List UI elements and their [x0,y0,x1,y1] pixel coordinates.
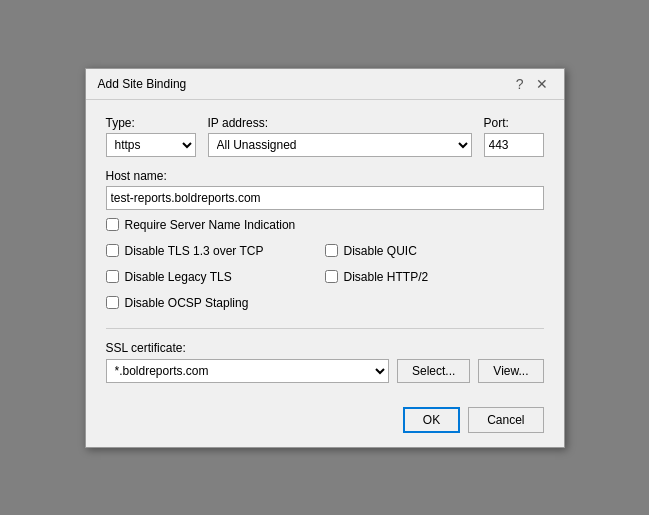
host-name-section: Host name: [106,169,544,210]
help-button[interactable]: ? [512,77,528,91]
checkbox-col-left: Disable TLS 1.3 over TCP Disable Legacy … [106,244,325,316]
dialog-title: Add Site Binding [98,77,187,91]
dialog-content: Type: https IP address: All Unassigned P… [86,100,564,395]
title-bar: Add Site Binding ? ✕ [86,69,564,100]
top-row: Type: https IP address: All Unassigned P… [106,116,544,157]
type-label: Type: [106,116,196,130]
disable-http2-checkbox[interactable] [325,270,338,283]
disable-quic-label: Disable QUIC [344,244,417,258]
title-bar-buttons: ? ✕ [512,77,552,91]
require-sni-label: Require Server Name Indication [125,218,296,232]
type-select[interactable]: https [106,133,196,157]
view-button[interactable]: View... [478,359,543,383]
add-site-binding-dialog: Add Site Binding ? ✕ Type: https IP addr… [85,68,565,448]
type-field-group: Type: https [106,116,196,157]
checkbox-row-0: Disable TLS 1.3 over TCP [106,244,325,258]
host-name-input[interactable] [106,186,544,210]
disable-http2-label: Disable HTTP/2 [344,270,429,284]
disable-legacy-tls-checkbox[interactable] [106,270,119,283]
ip-label: IP address: [208,116,472,130]
checkbox-row-1: Disable Legacy TLS [106,270,325,284]
ssl-certificate-label: SSL certificate: [106,341,544,355]
disable-tls13-label: Disable TLS 1.3 over TCP [125,244,264,258]
port-input[interactable] [484,133,544,157]
ssl-certificate-select[interactable]: *.boldreports.com [106,359,390,383]
disable-quic-checkbox[interactable] [325,244,338,257]
select-button[interactable]: Select... [397,359,470,383]
checkboxes-section: Disable TLS 1.3 over TCP Disable Legacy … [106,244,544,316]
require-sni-checkbox[interactable] [106,218,119,231]
checkbox-col-right: Disable QUIC Disable HTTP/2 [325,244,544,316]
require-sni-row: Require Server Name Indication [106,218,544,232]
ip-field-group: IP address: All Unassigned [208,116,472,157]
ok-button[interactable]: OK [403,407,460,433]
checkbox-row-2: Disable OCSP Stapling [106,296,325,310]
ssl-certificate-section: SSL certificate: *.boldreports.com Selec… [106,328,544,383]
port-field-group: Port: [484,116,544,157]
ip-select[interactable]: All Unassigned [208,133,472,157]
close-button[interactable]: ✕ [532,77,552,91]
disable-ocsp-label: Disable OCSP Stapling [125,296,249,310]
disable-tls13-checkbox[interactable] [106,244,119,257]
disable-ocsp-checkbox[interactable] [106,296,119,309]
port-label: Port: [484,116,544,130]
checkbox-row-3: Disable QUIC [325,244,544,258]
ssl-row: *.boldreports.com Select... View... [106,359,544,383]
cancel-button[interactable]: Cancel [468,407,543,433]
disable-legacy-tls-label: Disable Legacy TLS [125,270,232,284]
checkbox-row-4: Disable HTTP/2 [325,270,544,284]
dialog-footer: OK Cancel [86,395,564,447]
host-name-label: Host name: [106,169,544,183]
